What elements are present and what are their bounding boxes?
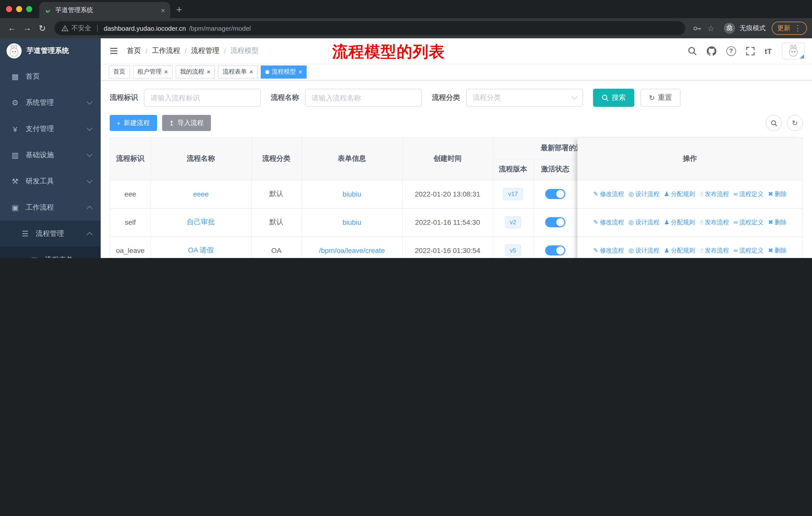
design-action-link[interactable]: ◎设计流程 [629, 190, 660, 198]
import-process-button[interactable]: ↥ 导入流程 [162, 115, 211, 131]
edit-action-link[interactable]: ✎修改流程 [593, 190, 624, 198]
github-icon[interactable] [707, 46, 716, 56]
breadcrumb-current: 流程模型 [230, 46, 259, 55]
search-button[interactable]: 搜索 [593, 89, 634, 107]
forward-button[interactable]: → [20, 21, 34, 35]
definition-action-link[interactable]: ∞流程定义 [733, 218, 763, 226]
create-process-button[interactable]: + 新建流程 [110, 115, 157, 131]
design-action-link[interactable]: ◎设计流程 [629, 246, 660, 255]
briefcase-icon: ▣ [10, 203, 20, 212]
breadcrumb-workflow[interactable]: 工作流程 [152, 46, 180, 55]
delete-action-link[interactable]: ✖删除 [768, 190, 787, 198]
url-bar[interactable]: 不安全 dashboard.yudao.iocoder.cn/bpm/manag… [54, 21, 685, 35]
user-avatar[interactable] [782, 42, 805, 59]
cell-version: v2 [493, 208, 533, 236]
cell-created: 2022-01-16 11:54:30 [402, 208, 493, 236]
tab-close-icon[interactable]: × [161, 6, 165, 15]
edit-action-link[interactable]: ✎修改流程 [593, 218, 624, 226]
close-icon[interactable]: × [298, 69, 302, 75]
reset-button[interactable]: ↻ 重置 [640, 89, 680, 107]
publish-icon: ☝ [699, 219, 703, 226]
update-button[interactable]: 更新 ⋮ [772, 22, 807, 35]
form-info-link[interactable]: biubiu [343, 190, 361, 198]
reload-button[interactable]: ↻ [35, 21, 49, 35]
definition-action-link[interactable]: ∞流程定义 [733, 246, 763, 255]
close-icon[interactable]: × [164, 69, 168, 75]
active-switch[interactable] [545, 189, 565, 199]
process-name-input[interactable] [305, 89, 422, 107]
cell-active-status [533, 208, 577, 236]
process-category-select[interactable]: 流程分类 [466, 89, 583, 107]
bookmark-star-icon[interactable]: ☆ [704, 23, 717, 33]
publish-action-link[interactable]: ☝发布流程 [699, 246, 729, 255]
process-name-link[interactable]: OA 请假 [188, 246, 214, 254]
browser-menu-icon[interactable]: ⋮ [794, 24, 802, 33]
tag-item-0[interactable]: 首页 [109, 65, 130, 78]
form-info-link[interactable]: biubiu [343, 218, 361, 226]
cell-category: 默认 [251, 208, 301, 236]
sidebar-item-workflow[interactable]: ▣工作流程 [0, 194, 101, 221]
gear-icon: ⚙ [10, 98, 20, 107]
tab-favicon-icon [44, 6, 51, 13]
sidebar-item-label: 流程管理 [36, 229, 64, 238]
assign-action-link[interactable]: ♟分配规则 [664, 218, 695, 226]
delete-action-link[interactable]: ✖删除 [768, 218, 787, 226]
edit-action-link[interactable]: ✎修改流程 [593, 246, 624, 255]
publish-icon: ☝ [699, 190, 703, 197]
url-path: /bpm/manager/model [189, 24, 251, 32]
breadcrumb-process-mgmt[interactable]: 流程管理 [191, 46, 220, 55]
active-switch[interactable] [545, 217, 565, 227]
process-name-link[interactable]: eeee [193, 190, 209, 198]
back-button[interactable]: ← [5, 21, 19, 35]
tag-item-4[interactable]: 流程模型× [261, 65, 307, 78]
close-icon[interactable]: × [207, 69, 210, 75]
sidebar-item-home[interactable]: ▦首页 [0, 63, 101, 90]
definition-action-link[interactable]: ∞流程定义 [733, 190, 763, 198]
design-action-link[interactable]: ◎设计流程 [629, 218, 660, 226]
design-icon: ◎ [629, 219, 634, 226]
password-key-icon[interactable] [690, 24, 703, 32]
help-icon[interactable]: ? [726, 46, 736, 56]
font-size-icon[interactable]: tT [765, 47, 772, 55]
definition-icon: ∞ [733, 219, 738, 226]
sidebar-item-infrastructure[interactable]: ▥基础设施 [0, 142, 101, 168]
breadcrumb-home[interactable]: 首页 [127, 46, 141, 55]
tag-item-3[interactable]: 流程表单× [218, 65, 258, 78]
assign-action-link[interactable]: ♟分配规则 [664, 190, 695, 198]
table-base: 流程标识 流程名称 流程分类 表单信息 创建时间 最新部署的流程定义 流程版本 … [110, 138, 652, 258]
close-window-button[interactable] [6, 6, 12, 12]
sidebar-item-pay-mgmt[interactable]: ¥支付管理 [0, 116, 101, 142]
browser-toolbar: ← → ↻ 不安全 dashboard.yudao.iocoder.cn/bpm… [0, 18, 812, 38]
process-name-link[interactable]: 自己审批 [187, 218, 215, 226]
sidebar-item-process-mgmt[interactable]: ☰流程管理 [0, 221, 101, 247]
sidebar-item-dev-tools[interactable]: ⚒研发工具 [0, 168, 101, 194]
toggle-search-button[interactable] [766, 115, 782, 131]
tag-item-1[interactable]: 租户管理× [133, 65, 172, 78]
assign-action-link[interactable]: ♟分配规则 [664, 246, 695, 255]
red-annotation: 流程模型的列表 [332, 41, 445, 62]
form-info-link[interactable]: /bpm/oa/leave/create [319, 246, 385, 254]
search-icon[interactable] [688, 46, 697, 55]
new-tab-button[interactable]: + [176, 4, 182, 16]
assign-icon: ♟ [664, 219, 670, 226]
zoom-window-button[interactable] [26, 6, 32, 12]
active-switch[interactable] [545, 245, 565, 255]
fullscreen-icon[interactable] [746, 47, 755, 55]
publish-action-link[interactable]: ☝发布流程 [699, 218, 729, 226]
version-badge: v2 [505, 216, 521, 228]
process-key-input[interactable] [144, 89, 261, 107]
create-button-label: 新建流程 [123, 118, 150, 128]
minimize-window-button[interactable] [16, 6, 22, 12]
sidebar-item-process-form[interactable]: ▤流程表单 [0, 247, 101, 258]
breadcrumb-separator: / [145, 47, 147, 55]
browser-tab[interactable]: 芋道管理系统 × [39, 2, 170, 18]
close-icon[interactable]: × [249, 69, 253, 75]
tag-item-2[interactable]: 我的流程× [175, 65, 215, 78]
delete-action-link[interactable]: ✖删除 [768, 246, 787, 255]
app-title: 芋道管理系统 [27, 46, 69, 55]
refresh-table-button[interactable]: ↻ [787, 115, 803, 131]
sidebar-item-system-mgmt[interactable]: ⚙系统管理 [0, 90, 101, 116]
publish-action-link[interactable]: ☝发布流程 [699, 190, 729, 198]
row-actions: ✎修改流程◎设计流程♟分配规则☝发布流程∞流程定义✖删除 [577, 180, 803, 208]
hamburger-icon[interactable] [101, 46, 127, 56]
